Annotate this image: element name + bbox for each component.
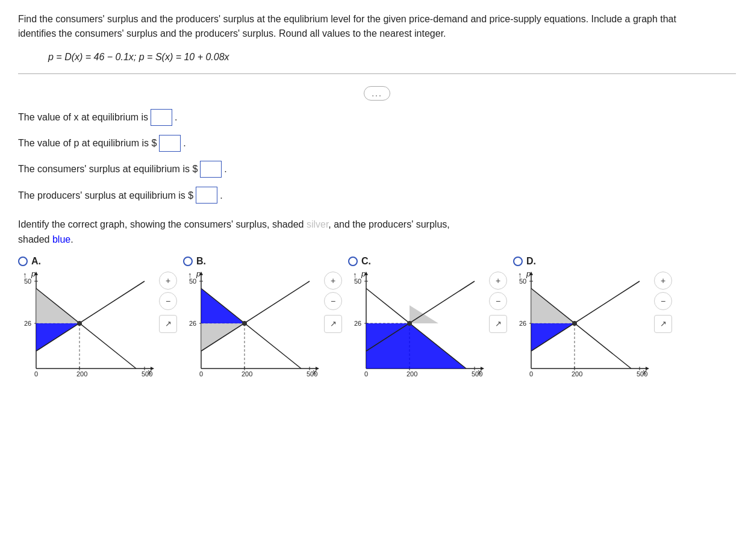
radio-d[interactable]	[513, 257, 523, 266]
svg-text:200: 200	[241, 370, 252, 378]
identify-pre2: shaded	[18, 234, 52, 244]
radio-b[interactable]	[183, 257, 193, 266]
answer-row-p: The value of p at equilibrium is $ .	[18, 132, 736, 154]
zoom-out-d[interactable]: −	[654, 292, 672, 310]
zoom-out-c[interactable]: −	[489, 292, 507, 310]
option-d-graph-controls: p ↑ x 50 26 200 500	[513, 269, 672, 390]
svg-text:50: 50	[519, 278, 526, 285]
extern-c[interactable]: ↗	[489, 315, 507, 333]
graphs-row: A. p ↑ x	[18, 256, 736, 390]
svg-text:50: 50	[189, 278, 196, 285]
option-a-header: A.	[18, 256, 41, 267]
zoom-in-a[interactable]: +	[159, 272, 177, 290]
graph-b-svg: p ↑ x 50 26 200 500	[183, 269, 322, 390]
option-d-label: D.	[526, 256, 536, 267]
option-b: B. p ↑ x 50 26	[183, 256, 342, 390]
q4-text: The producers' surplus at equilibrium is…	[18, 185, 193, 206]
answer-box-cs[interactable]	[200, 161, 222, 178]
graph-c-svg: p ↑ x 50 26 200 500	[348, 269, 487, 390]
svg-text:500: 500	[142, 370, 152, 378]
identify-text: Identify the correct graph, showing the …	[18, 217, 736, 247]
option-b-header: B.	[183, 256, 206, 267]
svg-text:0: 0	[199, 370, 203, 378]
zoom-controls-d: + − ↗	[654, 272, 672, 333]
svg-marker-65	[366, 323, 466, 369]
svg-text:50: 50	[354, 278, 361, 285]
answer-box-x[interactable]	[151, 109, 172, 126]
svg-text:200: 200	[407, 370, 417, 378]
answer-row-cs: The consumers' surplus at equilibrium is…	[18, 158, 736, 179]
option-c-header: C.	[348, 256, 371, 267]
q4-period: .	[220, 185, 222, 206]
identify-pre: Identify the correct graph, showing the …	[18, 219, 307, 229]
zoom-controls-a: + − ↗	[159, 272, 177, 333]
svg-text:p: p	[526, 269, 531, 278]
zoom-controls-b: + − ↗	[324, 272, 342, 333]
answer-box-ps[interactable]	[196, 187, 217, 204]
zoom-in-c[interactable]: +	[489, 272, 507, 290]
q1-period: .	[175, 107, 177, 128]
svg-text:500: 500	[307, 370, 317, 378]
graph-a-svg: p ↑ x	[18, 269, 157, 390]
equation-line: p = D(x) = 46 − 0.1x; p = S(x) = 10 + 0.…	[48, 52, 736, 63]
answer-section: The value of x at equilibrium is . The v…	[18, 107, 736, 206]
svg-text:26: 26	[24, 320, 31, 327]
svg-text:26: 26	[354, 320, 361, 327]
svg-text:p: p	[196, 269, 201, 278]
svg-text:p: p	[31, 269, 36, 278]
svg-text:50: 50	[24, 278, 31, 285]
option-d: D. p ↑ x 50 26	[513, 256, 672, 390]
answer-row-x: The value of x at equilibrium is .	[18, 107, 736, 128]
q3-text: The consumers' surplus at equilibrium is…	[18, 158, 198, 179]
option-c: C. p ↑ x 50 26	[348, 256, 507, 390]
svg-point-91	[572, 321, 577, 326]
identify-mid: , and the producers' surplus,	[328, 219, 449, 229]
svg-text:0: 0	[34, 370, 38, 378]
problem-text: Find the consumers' surplus and the prod…	[18, 12, 681, 41]
q2-text: The value of p at equilibrium is $	[18, 132, 157, 154]
identify-period: .	[70, 234, 73, 244]
extern-b[interactable]: ↗	[324, 315, 342, 333]
dots-button[interactable]: ...	[364, 86, 390, 101]
radio-c[interactable]	[348, 257, 358, 266]
q1-text: The value of x at equilibrium is	[18, 107, 148, 128]
svg-point-68	[407, 321, 412, 326]
svg-text:500: 500	[637, 370, 647, 378]
svg-point-22	[77, 321, 82, 326]
svg-point-45	[242, 321, 247, 326]
q3-period: .	[224, 158, 226, 179]
zoom-in-b[interactable]: +	[324, 272, 342, 290]
q2-period: .	[183, 132, 185, 154]
extern-d[interactable]: ↗	[654, 315, 672, 333]
svg-text:200: 200	[76, 370, 87, 378]
svg-text:26: 26	[189, 320, 196, 327]
zoom-controls-c: + − ↗	[489, 272, 507, 333]
svg-text:200: 200	[572, 370, 582, 378]
option-b-label: B.	[196, 256, 206, 267]
extern-a[interactable]: ↗	[159, 315, 177, 333]
option-a-label: A.	[31, 256, 41, 267]
svg-text:500: 500	[472, 370, 482, 378]
identify-silver: silver	[307, 219, 328, 229]
radio-a[interactable]	[18, 257, 28, 266]
option-a: A. p ↑ x	[18, 256, 177, 390]
option-b-graph-controls: p ↑ x 50 26 200 500	[183, 269, 342, 390]
option-d-header: D.	[513, 256, 536, 267]
identify-blue: blue	[52, 234, 70, 244]
svg-text:26: 26	[519, 320, 526, 327]
option-c-graph-controls: p ↑ x 50 26 200 500	[348, 269, 507, 390]
answer-row-ps: The producers' surplus at equilibrium is…	[18, 185, 736, 206]
svg-text:0: 0	[364, 370, 368, 378]
svg-text:0: 0	[529, 370, 533, 378]
graph-d-svg: p ↑ x 50 26 200 500	[513, 269, 652, 390]
zoom-out-b[interactable]: −	[324, 292, 342, 310]
option-a-graph-controls: p ↑ x	[18, 269, 177, 390]
svg-text:p: p	[361, 269, 366, 278]
answer-box-p[interactable]	[159, 135, 181, 152]
graph-section: Identify the correct graph, showing the …	[18, 217, 736, 390]
divider	[18, 73, 736, 74]
option-c-label: C.	[361, 256, 371, 267]
zoom-out-a[interactable]: −	[159, 292, 177, 310]
zoom-in-d[interactable]: +	[654, 272, 672, 290]
